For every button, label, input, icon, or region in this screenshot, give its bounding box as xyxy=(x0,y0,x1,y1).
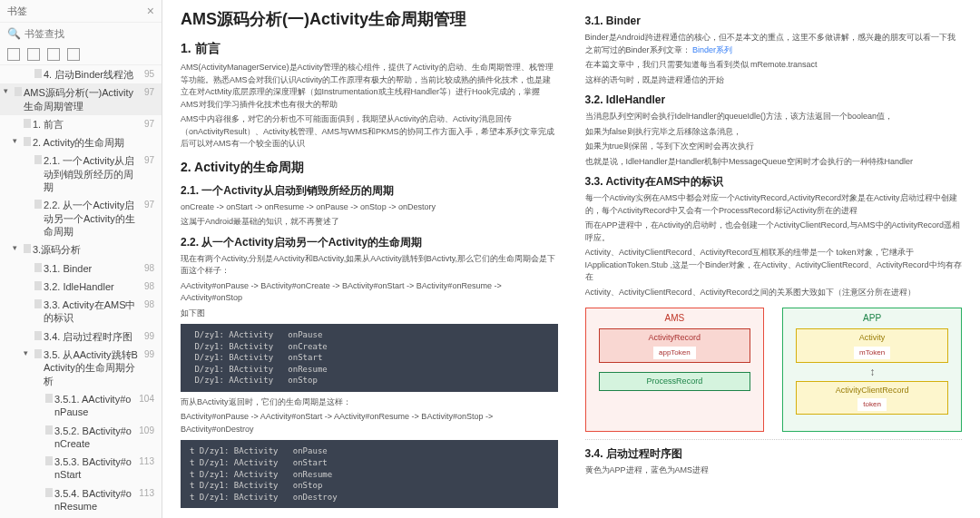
toc-item[interactable]: 2.1. 一个Activity从启动到销毁所经历的周期97 xyxy=(0,151,162,196)
search-row: 🔍 xyxy=(0,23,162,44)
toc-page-number: 97 xyxy=(144,118,154,130)
toc-item[interactable]: 1. 前言97 xyxy=(0,115,162,133)
paragraph: BActivity#onPause -> AActivity#onStart -… xyxy=(181,411,558,435)
toc-item-label: 2.2. 从一个Activity启动另一个Activity的生命周期 xyxy=(44,199,141,238)
heading-2-2: 2.2. 从一个Activity启动另一个Activity的生命周期 xyxy=(181,234,558,250)
page-icon xyxy=(34,331,42,340)
toc-item-label: 3.1. Binder xyxy=(44,262,92,275)
toc-page-number: 113 xyxy=(139,487,154,499)
toc-item[interactable]: 3.3. Activity在AMS中的标识98 xyxy=(0,296,162,327)
paragraph: Binder是Android跨进程通信的核心，但不是本文的重点，这里不多做讲解，… xyxy=(585,32,963,56)
toc-arrow-icon[interactable]: ▾ xyxy=(13,243,22,254)
toc-page-number: 98 xyxy=(144,280,154,292)
heading-3-3: 3.3. Activity在AMS中的标识 xyxy=(585,173,963,190)
toc-page-number: 95 xyxy=(144,68,154,80)
paragraph: 如果为false则执行完毕之后移除这条消息， xyxy=(585,126,963,139)
toc-item-label: 2. Activity的生命周期 xyxy=(33,136,124,149)
toc-page-number: 109 xyxy=(139,425,154,436)
heading-3-1: 3.1. Binder xyxy=(585,13,963,29)
toc-item[interactable]: 3.5.2. BActivity#onCreate109 xyxy=(0,422,162,454)
toc-page-number: 97 xyxy=(144,86,154,98)
page-icon xyxy=(24,137,31,146)
toc-item-label: 3.5.4. BActivity#onResume xyxy=(54,487,135,513)
diagram-ams-box: AMS ActivityRecord appToken ProcessRecor… xyxy=(585,308,765,432)
toc-item[interactable]: ▾AMS源码分析(一)Activity生命周期管理97 xyxy=(0,83,162,115)
toc-item[interactable]: 2.2. 从一个Activity启动另一个Activity的生命周期97 xyxy=(0,196,162,240)
paragraph: 而从BActivity返回时，它们的生命周期是这样： xyxy=(181,396,558,409)
paragraph: 每一个Activity实例在AMS中都会对应一个ActivityRecord,A… xyxy=(585,192,963,217)
toc-item[interactable]: 3.1. Binder98 xyxy=(0,259,162,278)
tool-icon-1[interactable] xyxy=(7,48,20,61)
toc-item[interactable]: ▾2. Activity的生命周期 xyxy=(0,133,162,151)
page-icon xyxy=(34,349,42,358)
code-block-2: t D/zy1: BActivity onPause t D/zy1: AAct… xyxy=(181,440,558,508)
toc-item[interactable]: 3.5.3. BActivity#onStart113 xyxy=(0,453,162,484)
diagram-ams-title: AMS xyxy=(665,311,685,325)
toc-item[interactable]: 3.2. IdleHandler98 xyxy=(0,278,162,296)
diagram-app-title: APP xyxy=(863,311,881,325)
toc-item[interactable]: ▾3.5. 从AActivity跳转BActivity的生命周期分析99 xyxy=(0,346,162,390)
toc-arrow-icon[interactable]: ▾ xyxy=(4,86,13,97)
sidebar-title: 书签 xyxy=(7,5,27,18)
paragraph: 黄色为APP进程，蓝色为AMS进程 xyxy=(585,464,963,477)
toc-item-label: AMS源码分析(一)Activity生命周期管理 xyxy=(24,86,141,112)
heading-2: 2. Activity的生命周期 xyxy=(181,158,558,177)
page-icon xyxy=(45,425,53,435)
paragraph: 而在APP进程中，在Activity的启动时，也会创建一个ActivityCli… xyxy=(585,220,963,244)
toc-item-label: 3.2. IdleHandler xyxy=(44,280,114,293)
toc-item-label: 3.3. Activity在AMS中的标识 xyxy=(44,298,141,325)
page-icon xyxy=(34,281,42,290)
link-binder-series[interactable]: Binder系列 xyxy=(692,45,732,54)
toc-item-label: 2.1. 一个Activity从启动到销毁所经历的周期 xyxy=(44,154,141,193)
toc-arrow-icon[interactable]: ▾ xyxy=(24,348,33,359)
page-icon xyxy=(24,244,31,253)
toc-arrow-icon[interactable]: ▾ xyxy=(13,136,22,147)
toc-page-number: 97 xyxy=(144,154,154,166)
paragraph: Activity、ActivityClientRecord、ActivityRe… xyxy=(585,247,963,284)
search-input[interactable] xyxy=(24,28,154,39)
toc-item[interactable]: ▾3.源码分析 xyxy=(0,240,162,259)
toc-page-number: 98 xyxy=(144,262,154,274)
page-icon xyxy=(34,69,42,78)
page-icon xyxy=(24,119,31,128)
toc-list[interactable]: 4. 启动Binder线程池95▾AMS源码分析(一)Activity生命周期管… xyxy=(0,65,162,518)
tool-icon-3[interactable] xyxy=(47,48,60,61)
paragraph: AActivity#onPause -> BActivity#onCreate … xyxy=(181,280,558,305)
search-icon: 🔍 xyxy=(7,27,21,40)
toc-item-label: 3.5.2. BActivity#onCreate xyxy=(54,425,135,451)
heading-1: 1. 前言 xyxy=(181,39,558,58)
tool-icon-4[interactable] xyxy=(67,48,80,61)
page-icon xyxy=(45,488,53,497)
page-icon xyxy=(34,155,42,164)
paragraph: onCreate -> onStart -> onResume -> onPau… xyxy=(181,201,558,214)
column-left: AMS源码分析(一)Activity生命周期管理 1. 前言 AMS(Activ… xyxy=(181,7,558,511)
toc-item[interactable]: 3.5.1. AActivity#onPause104 xyxy=(0,390,162,422)
sidebar-header: 书签 × xyxy=(0,0,162,23)
heading-3-4: 3.4. 启动过程时序图 xyxy=(585,445,963,462)
paragraph: AMS中内容很多，对它的分析也不可能面面俱到，我期望从Activity的启动、A… xyxy=(181,113,558,151)
toc-item-label: 4. 启动Binder线程池 xyxy=(44,68,133,81)
page-icon xyxy=(34,200,42,209)
toc-item[interactable]: 3.4. 启动过程时序图99 xyxy=(0,327,162,346)
paragraph: 在本篇文章中，我们只需要知道每当看到类似 mRemote.transact xyxy=(585,59,963,72)
diagram-mtoken: mToken xyxy=(854,347,890,359)
diagram-process-record: ProcessRecord xyxy=(599,372,751,392)
heading-3-2: 3.2. IdleHandler xyxy=(585,92,963,108)
code-block-1: D/zy1: AActivity onPause D/zy1: BActivit… xyxy=(181,324,558,392)
tool-icon-2[interactable] xyxy=(27,48,40,61)
close-icon[interactable]: × xyxy=(147,4,154,18)
diagram-app-box: APP Activity mToken ↕ ActivityClientReco… xyxy=(782,308,962,432)
toc-page-number: 99 xyxy=(144,348,154,360)
toc-item[interactable]: 3.5.4. BActivity#onResume113 xyxy=(0,484,162,516)
content: AMS源码分析(一)Activity生命周期管理 1. 前言 AMS(Activ… xyxy=(162,0,980,518)
toc-item[interactable]: 4. 启动Binder线程池95 xyxy=(0,65,162,83)
paragraph: 现在有两个Activity,分别是AActivity和BActivity,如果从… xyxy=(181,253,558,278)
paragraph: 如果为true则保留，等到下次空闲时会再次执行 xyxy=(585,141,963,153)
sidebar: 书签 × 🔍 4. 启动Binder线程池95▾AMS源码分析(一)Activi… xyxy=(0,0,162,518)
diagram-activity-record: ActivityRecord appToken xyxy=(599,328,751,363)
toc-item-label: 3.5. 从AActivity跳转BActivity的生命周期分析 xyxy=(44,348,141,387)
toc-page-number: 98 xyxy=(144,298,154,310)
page-icon xyxy=(15,87,22,96)
diagram-activity-client-record: ActivityClientRecord token xyxy=(796,381,948,415)
column-right: 3.1. Binder Binder是Android跨进程通信的核心，但不是本文… xyxy=(585,7,963,511)
